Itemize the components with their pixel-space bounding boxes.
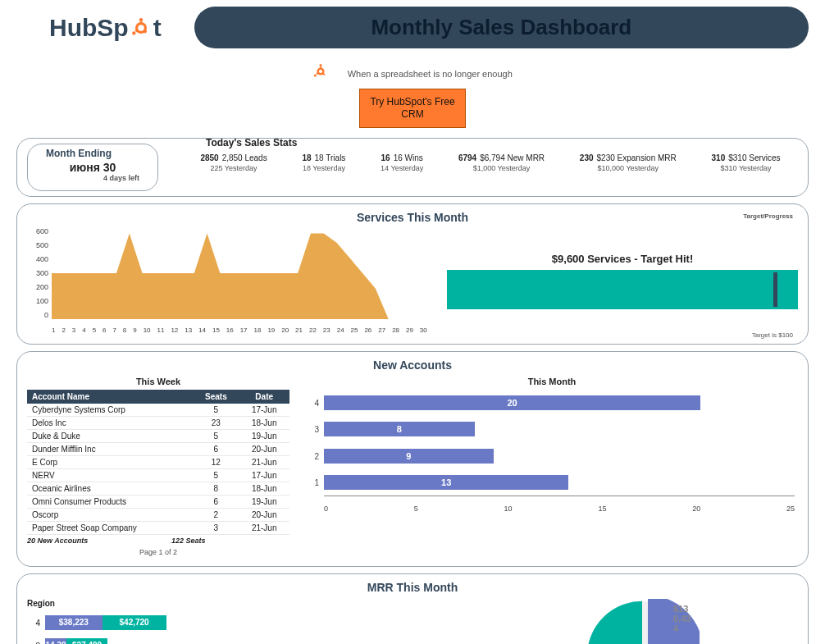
today-sales-label: Today's Sales Stats: [206, 137, 297, 148]
promo-row: When a spreadsheet is no longer enough T…: [0, 63, 825, 128]
table-row: Cyberdyne Systems Corp517-Jun: [27, 404, 289, 417]
sprocket-small-icon: [312, 63, 329, 84]
region-label: Region: [27, 599, 572, 608]
month-ending-label: Month Ending: [46, 148, 139, 159]
table-pager[interactable]: Page 1 of 2: [27, 548, 289, 556]
new-accounts-title: New Accounts: [27, 359, 798, 372]
table-row: NERV517-Jun: [27, 469, 289, 482]
this-week-label: This Week: [27, 377, 289, 386]
target-progress-label: Target/Progress: [743, 212, 793, 220]
svg-line-5: [144, 30, 146, 32]
mrr-title: MRR This Month: [27, 581, 798, 594]
try-crm-button[interactable]: Try HubSpot's Free CRM: [359, 89, 466, 128]
page-title: Monthly Sales Dashboard: [194, 7, 809, 48]
sprocket-icon: [130, 17, 152, 39]
svg-point-1: [139, 18, 142, 21]
svg-point-8: [314, 75, 317, 77]
svg-line-11: [323, 74, 326, 75]
table-row: Dunder Mifflin Inc620-Jun: [27, 443, 289, 456]
kpi: 1616 Wins14 Yesterday: [381, 153, 423, 172]
kpi: 230$230 Expansion MRR$10,000 Yesterday: [580, 153, 677, 172]
target-panel: $9,600 Services - Target Hit!: [447, 227, 798, 334]
svg-line-4: [135, 30, 137, 31]
mrr-stacked-chart: 4321 $38,223$42,720$14,305$27,490$50,587…: [27, 611, 572, 644]
stats-card: Today's Sales Stats Month Ending июня 30…: [16, 138, 809, 197]
logo-text-right: t: [153, 14, 162, 42]
services-area-chart: 6005004003002001000 12345678910111213141…: [27, 227, 431, 334]
svg-point-7: [320, 64, 322, 66]
month-ending-date: июня 30: [46, 161, 139, 174]
logo-text-left: HubSp: [49, 14, 129, 42]
table-row: E Corp1221-Jun: [27, 456, 289, 469]
table-row: Oceanic Airlines818-Jun: [27, 482, 289, 496]
kpi: 310$310 Services$310 Yesterday: [712, 153, 781, 172]
total-seats: 122 Seats: [171, 537, 206, 545]
kpi: 6794$6,794 New MRR$1,000 Yesterday: [458, 153, 545, 172]
month-ending-box: Month Ending июня 30 4 days left: [27, 144, 158, 191]
svg-line-10: [317, 73, 319, 75]
table-row: Omni Consumer Products619-Jun: [27, 496, 289, 509]
mrr-pie-chart: $412,337 $130,434: [585, 599, 700, 644]
kpi: 1818 Trials18 Yesterday: [302, 153, 345, 172]
promo-text: When a spreadsheet is no longer enough: [348, 69, 513, 79]
table-row: Paper Street Soap Company321-Jun: [27, 522, 289, 535]
kpi: 28502,850 Leads225 Yesterday: [200, 153, 267, 172]
header: HubSp t Monthly Sales Dashboard: [0, 0, 825, 55]
hubspot-logo: HubSp t: [49, 14, 162, 42]
table-row: Delos Inc2318-Jun: [27, 417, 289, 430]
services-title: Services This Month: [27, 211, 798, 224]
days-left: 4 days left: [46, 174, 139, 182]
table-row: Oscorp220-Jun: [27, 509, 289, 522]
accounts-table: Account NameSeatsDate Cyberdyne Systems …: [27, 390, 289, 535]
pie-new-label: $130,434: [673, 604, 691, 633]
new-accounts-card: New Accounts This Week Account NameSeats…: [16, 351, 809, 567]
area-path: [52, 227, 427, 319]
total-accounts: 20 New Accounts: [27, 537, 171, 545]
table-row: Duke & Duke519-Jun: [27, 430, 289, 443]
mrr-card: MRR This Month Region 4321 $38,223$42,72…: [16, 573, 809, 644]
target-bar: [447, 270, 798, 309]
svg-point-2: [132, 31, 135, 34]
this-month-label: This Month: [306, 377, 798, 386]
new-accounts-bar-chart: 4321 208913 0510152025: [306, 390, 798, 513]
services-card: Services This Month Target/Progress Targ…: [16, 203, 809, 345]
target-hit-label: $9,600 Services - Target Hit!: [552, 253, 693, 265]
target-note: Target is $100: [752, 331, 793, 339]
